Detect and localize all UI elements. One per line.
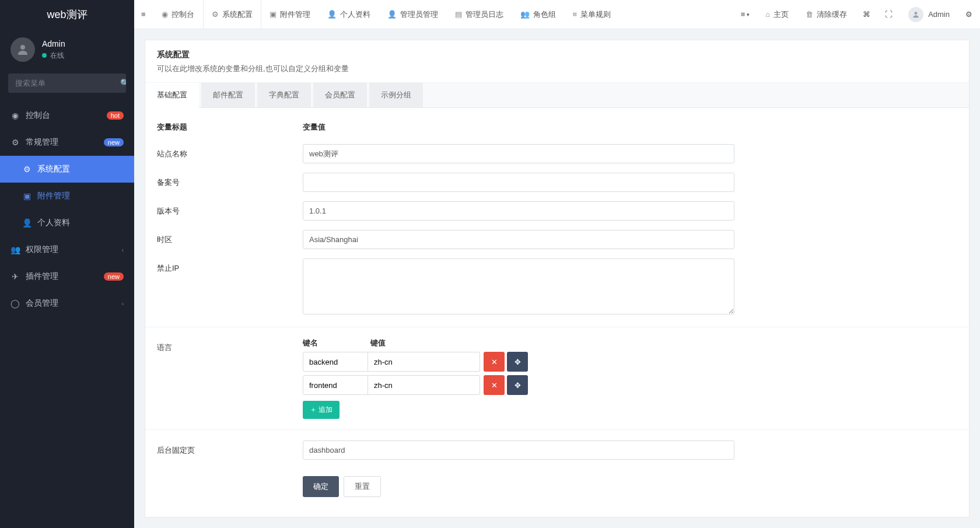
kv-value-input[interactable]: [368, 375, 480, 395]
kv-key-input[interactable]: [303, 375, 368, 395]
group-icon: 👥: [520, 10, 530, 19]
kv-value-header: 键值: [370, 338, 485, 348]
delete-button[interactable]: ✕: [484, 375, 505, 395]
user-circle-icon: ◯: [10, 299, 20, 308]
tab-admin[interactable]: 👤管理员管理: [379, 0, 447, 29]
drag-handle[interactable]: ✥: [507, 375, 528, 395]
user-menu-label: Admin: [928, 10, 950, 19]
sidebar-item-label: 插件管理: [26, 271, 58, 282]
sidebar-item-label: 会员管理: [26, 298, 58, 309]
tab-menu-rule[interactable]: ≡菜单规则: [565, 0, 620, 29]
sidebar-item-permission[interactable]: 👥 权限管理 ‹: [0, 236, 134, 263]
user-status: 在线: [42, 51, 65, 61]
input-beian[interactable]: [303, 173, 734, 192]
tabs-dropdown[interactable]: ≡ ▾: [734, 0, 758, 29]
user-icon: 👤: [387, 10, 397, 19]
tab-dict[interactable]: 字典配置: [257, 83, 311, 107]
delete-button[interactable]: ✕: [484, 352, 505, 372]
image-icon: ▣: [270, 10, 276, 19]
badge-new: new: [104, 138, 124, 146]
tab-admin-log[interactable]: ▤管理员日志: [447, 0, 512, 29]
sidebar-item-dashboard[interactable]: ◉ 控制台 hot: [0, 102, 134, 129]
sidebar-item-plugin[interactable]: ✈ 插件管理 new: [0, 263, 134, 290]
tab-label: 管理员管理: [400, 9, 438, 20]
submit-button[interactable]: 确定: [303, 476, 339, 497]
tab-label: 管理员日志: [466, 9, 503, 20]
main: ≡ ◉控制台 ⚙系统配置 ▣附件管理 👤个人资料 👤管理员管理 ▤管理员日志 👥…: [134, 0, 980, 528]
sidebar-item-attachment[interactable]: ▣ 附件管理: [0, 183, 134, 209]
tab-role-group[interactable]: 👥角色组: [512, 0, 565, 29]
terminal-button[interactable]: ⌘: [856, 0, 878, 29]
cogs-icon: ⚙: [965, 10, 972, 19]
dashboard-icon: ◉: [10, 111, 20, 120]
sidebar-item-label: 个人资料: [37, 218, 70, 228]
sidebar-item-profile[interactable]: 👤 个人资料: [0, 209, 134, 236]
sidebar-item-member[interactable]: ◯ 会员管理 ‹: [0, 290, 134, 317]
panel-header: 系统配置 可以在此增改系统的变量和分组,也可以自定义分组和变量: [145, 40, 969, 83]
sidebar-search: 🔍: [8, 74, 126, 93]
close-icon: ✕: [491, 358, 498, 366]
group-icon: 👥: [10, 245, 20, 254]
tab-basic[interactable]: 基础配置: [145, 83, 199, 108]
add-button[interactable]: ＋ 追加: [303, 401, 340, 419]
label-version: 版本号: [157, 201, 303, 216]
chevron-down-icon: ▾: [747, 12, 750, 18]
move-icon: ✥: [514, 358, 521, 366]
panel-title: 系统配置: [157, 50, 957, 60]
chevron-left-icon: ‹: [122, 300, 124, 307]
form-header: 变量标题 变量值: [157, 117, 957, 139]
label-language: 语言: [157, 338, 303, 353]
settings-button[interactable]: ⚙: [958, 0, 980, 29]
tab-profile[interactable]: 👤个人资料: [319, 0, 379, 29]
kv-key-input[interactable]: [303, 352, 368, 372]
brand: web测评: [0, 0, 134, 29]
config-tabs: 基础配置 邮件配置 字典配置 会员配置 示例分组: [145, 83, 969, 108]
textarea-forbid-ip[interactable]: [303, 258, 734, 314]
fullscreen-button[interactable]: ⛶: [878, 0, 900, 29]
add-label: 追加: [318, 405, 332, 414]
kv-row: ✕ ✥: [303, 375, 734, 395]
gear-icon: ⚙: [22, 165, 32, 174]
form: 变量标题 变量值 站点名称 备案号 版本号: [145, 108, 969, 517]
tab-dashboard[interactable]: ◉控制台: [153, 0, 203, 29]
row-language: 语言 键名 键值 ✕ ✥: [157, 333, 957, 424]
input-site-name[interactable]: [303, 144, 734, 163]
badge-hot: hot: [107, 111, 124, 120]
kv-value-input[interactable]: [368, 352, 480, 372]
chevron-left-icon: ‹: [122, 247, 124, 253]
user-name: Admin: [42, 39, 65, 48]
row-beian: 备案号: [157, 168, 957, 197]
input-timezone[interactable]: [303, 230, 734, 249]
user-menu[interactable]: Admin: [900, 0, 958, 29]
panel: 系统配置 可以在此增改系统的变量和分组,也可以自定义分组和变量 基础配置 邮件配…: [145, 40, 970, 517]
tab-label: 菜单规则: [580, 9, 611, 20]
clear-cache-button[interactable]: 🗑清除缓存: [797, 0, 856, 29]
status-dot-icon: [42, 53, 47, 58]
tab-mail[interactable]: 邮件配置: [201, 83, 255, 107]
sidebar-item-label: 系统配置: [37, 164, 70, 174]
toggle-sidebar-button[interactable]: ≡: [134, 0, 153, 29]
expand-icon: ⛶: [885, 10, 892, 19]
row-forbid-ip: 禁止IP: [157, 254, 957, 321]
separator: [145, 327, 969, 327]
sidebar-item-general[interactable]: ⚙ 常规管理 new: [0, 129, 134, 156]
tab-attachment[interactable]: ▣附件管理: [261, 0, 319, 29]
search-input[interactable]: [8, 74, 120, 93]
clear-cache-label: 清除缓存: [817, 9, 847, 20]
tab-system-config[interactable]: ⚙系统配置: [203, 0, 261, 29]
search-button[interactable]: 🔍: [120, 74, 126, 93]
kv-row: ✕ ✥: [303, 352, 734, 372]
move-icon: ✥: [514, 381, 521, 390]
tab-example[interactable]: 示例分组: [369, 83, 423, 107]
input-version[interactable]: [303, 201, 734, 221]
image-icon: ▣: [22, 191, 32, 201]
sidebar-item-system-config[interactable]: ⚙ 系统配置: [0, 156, 134, 183]
input-fixed-page[interactable]: [303, 440, 734, 460]
tab-label: 附件管理: [280, 9, 310, 20]
user-icon: 👤: [327, 10, 337, 19]
avatar[interactable]: [10, 37, 35, 62]
tab-member[interactable]: 会员配置: [313, 83, 367, 107]
drag-handle[interactable]: ✥: [507, 352, 528, 372]
home-link[interactable]: ⌂主页: [757, 0, 797, 29]
reset-button[interactable]: 重置: [344, 476, 381, 497]
